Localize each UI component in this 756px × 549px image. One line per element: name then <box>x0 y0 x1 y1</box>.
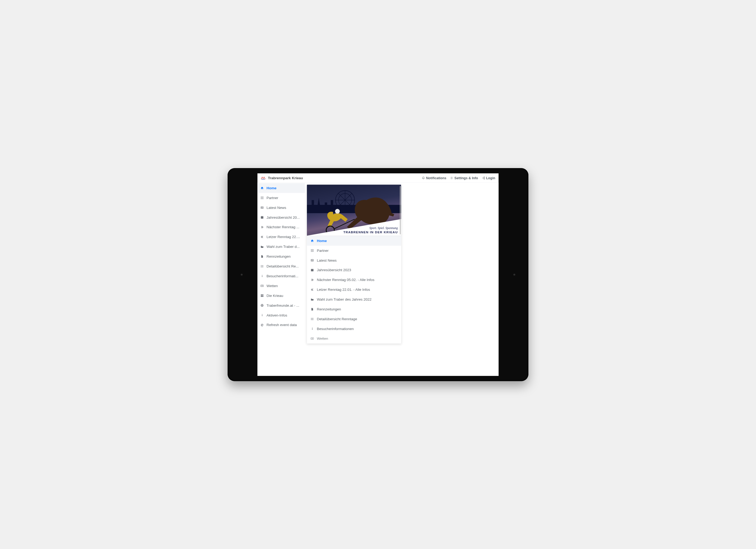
tablet-frame: Trabrennpark Krieau Notifications Settin… <box>228 168 528 381</box>
gear-icon <box>450 176 453 180</box>
brand-title: Trabrennpark Krieau <box>268 176 303 180</box>
sidebar-item-list[interactable]: Detailübersicht Re... <box>258 262 305 271</box>
home-icon <box>260 186 264 190</box>
login-button[interactable]: Login <box>482 176 495 180</box>
sidebar-item-chev-r2[interactable]: Nächster Renntag ... <box>258 222 305 232</box>
nav-label: Wahl zum Traber des Jahres 2022 <box>317 297 372 301</box>
main-content: Sport. Spiel. Spannung TRABRENNEN IN DER… <box>305 183 499 376</box>
info-icon <box>260 274 264 278</box>
info-icon <box>260 313 264 317</box>
card-scrollbar[interactable] <box>400 186 401 234</box>
sidebar-item-chev-l2[interactable]: Letzer Renntag 22.... <box>258 232 305 242</box>
nav-label: Detailübersicht Renntage <box>317 317 357 321</box>
folder-icon <box>260 245 264 249</box>
sidebar-item-news[interactable]: Latest News <box>258 203 305 212</box>
brand[interactable]: Trabrennpark Krieau <box>261 176 303 180</box>
hero-title: TRABRENNEN IN DER KRIEAU <box>343 231 398 234</box>
nav-label: Home <box>267 186 277 190</box>
list-icon <box>310 317 314 321</box>
nav-label: Wahl zum Traber d... <box>267 245 300 249</box>
card-item-news[interactable]: Latest News <box>307 255 401 265</box>
nav-label: Detailübersicht Re... <box>267 264 299 268</box>
sidebar-item-grid4[interactable]: Die Krieau <box>258 290 305 300</box>
nav-label: Aktiven-Infos <box>267 313 287 317</box>
nav-label: Letzer Renntag 22.... <box>267 235 300 239</box>
settings-label: Settings & Info <box>454 176 478 180</box>
nav-label: Besucherinformationen <box>317 326 354 330</box>
notifications-button[interactable]: Notifications <box>422 176 446 180</box>
nav-label: Latest News <box>267 206 286 210</box>
nav-label: Latest News <box>317 258 337 262</box>
chev-l2-icon <box>310 288 314 291</box>
sidebar-item-home[interactable]: Home <box>258 183 305 193</box>
money-icon <box>310 337 314 340</box>
card-item-calendar[interactable]: Jahresübersicht 2023 <box>307 265 401 275</box>
nav-label: Refresh event data <box>267 323 297 327</box>
file-icon <box>310 307 314 311</box>
notifications-label: Notifications <box>426 176 446 180</box>
home-card: Sport. Spiel. Spannung TRABRENNEN IN DER… <box>307 185 401 343</box>
money-icon <box>260 284 264 287</box>
card-item-grid[interactable]: Partner <box>307 246 401 255</box>
grid-icon <box>260 196 264 199</box>
nav-label: Rennzeitungen <box>317 307 341 311</box>
nav-label: Die Krieau <box>267 293 283 297</box>
nav-label: Rennzeitungen <box>267 254 291 258</box>
card-item-folder[interactable]: Wahl zum Traber des Jahres 2022 <box>307 294 401 304</box>
calendar-icon <box>310 268 314 272</box>
sidebar-item-calendar[interactable]: Jahresübersicht 20... <box>258 212 305 222</box>
hero-banner: Sport. Spiel. Spannung TRABRENNEN IN DER… <box>307 185 401 236</box>
file-icon <box>260 255 264 258</box>
sidebar-item-info[interactable]: Besucherinformati... <box>258 271 305 281</box>
nav-label: Home <box>317 239 327 243</box>
calendar-icon <box>260 216 264 219</box>
card-item-money[interactable]: Wetten <box>307 333 401 343</box>
grid4-icon <box>260 294 264 297</box>
card-item-chev-l2[interactable]: Letzer Renntag 22.01. - Alle Infos <box>307 285 401 294</box>
news-icon <box>310 259 314 262</box>
card-item-file[interactable]: Rennzeitungen <box>307 304 401 314</box>
news-icon <box>260 206 264 209</box>
globe-icon <box>260 303 264 307</box>
nav-label: Traberfreunde.at - ... <box>267 303 299 307</box>
home-icon <box>310 239 314 242</box>
sidebar-item-info[interactable]: Aktiven-Infos <box>258 310 305 320</box>
nav-label: Nächster Renntag ... <box>267 225 299 229</box>
nav-label: Partner <box>267 196 278 200</box>
brand-logo-icon <box>261 176 266 180</box>
sidebar-item-folder[interactable]: Wahl zum Traber d... <box>258 242 305 252</box>
screen: Trabrennpark Krieau Notifications Settin… <box>258 173 499 376</box>
nav-label: Nächster Renntag 05.02. - Alle Infos <box>317 278 375 282</box>
sidebar-item-grid[interactable]: Partner <box>258 193 305 203</box>
login-icon <box>482 176 485 180</box>
login-label: Login <box>486 176 495 180</box>
card-nav-list: HomePartnerLatest NewsJahresübersicht 20… <box>307 236 401 343</box>
sidebar-item-globe[interactable]: Traberfreunde.at - ... <box>258 300 305 310</box>
info-icon <box>310 327 314 330</box>
chev-r2-icon <box>260 225 264 229</box>
app-header: Trabrennpark Krieau Notifications Settin… <box>258 173 499 182</box>
nav-label: Jahresübersicht 2023 <box>317 268 351 272</box>
nav-label: Besucherinformati... <box>267 274 298 278</box>
chev-r2-icon <box>310 278 314 281</box>
chev-l2-icon <box>260 235 264 239</box>
settings-button[interactable]: Settings & Info <box>450 176 478 180</box>
nav-label: Wetten <box>267 283 278 287</box>
card-item-chev-r2[interactable]: Nächster Renntag 05.02. - Alle Infos <box>307 275 401 285</box>
grid-icon <box>310 249 314 252</box>
card-item-info[interactable]: Besucherinformationen <box>307 324 401 333</box>
card-item-home[interactable]: Home <box>307 236 401 246</box>
sidebar: HomePartnerLatest NewsJahresübersicht 20… <box>258 183 305 376</box>
sidebar-item-file[interactable]: Rennzeitungen <box>258 252 305 262</box>
nav-label: Partner <box>317 249 329 253</box>
nav-label: Jahresübersicht 20... <box>267 215 300 219</box>
sidebar-item-money[interactable]: Wetten <box>258 281 305 290</box>
sidebar-item-refresh[interactable]: Refresh event data <box>258 320 305 330</box>
bell-icon <box>422 176 425 180</box>
list-icon <box>260 265 264 268</box>
refresh-icon <box>260 323 264 326</box>
nav-label: Wetten <box>317 336 328 340</box>
folder-icon <box>310 298 314 301</box>
card-item-list[interactable]: Detailübersicht Renntage <box>307 314 401 324</box>
hero-tagline: Sport. Spiel. Spannung <box>343 226 398 230</box>
